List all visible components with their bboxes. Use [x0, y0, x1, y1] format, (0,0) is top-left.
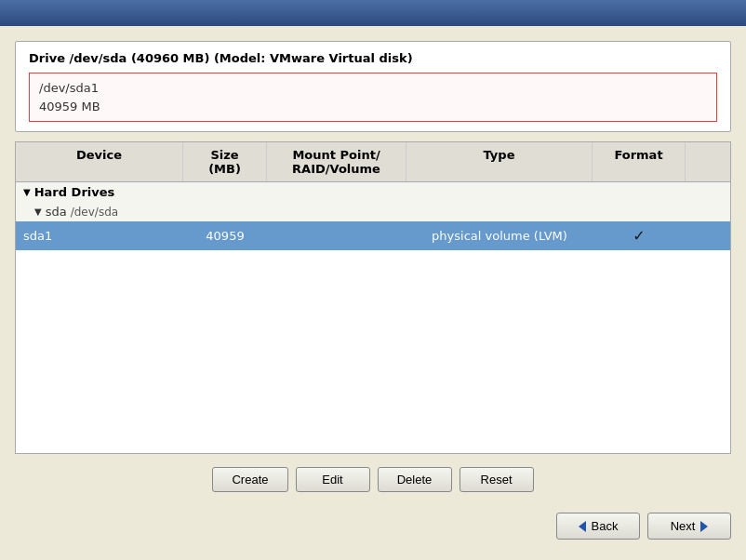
sda1-format-cell: ✓ [593, 225, 686, 247]
delete-button[interactable]: Delete [378, 467, 452, 492]
sda1-name-cell: sda1 [16, 227, 183, 245]
hard-drives-label: Hard Drives [34, 185, 115, 199]
sda1-extra-cell [686, 234, 730, 238]
table-body: ▼ Hard Drives ▼ sda /dev/sda sda1 40959 [16, 182, 730, 453]
sda-label: sda [46, 205, 67, 219]
table-header: Device Size(MB) Mount Point/RAID/Volume … [16, 142, 730, 182]
col-format: Format [593, 142, 686, 181]
create-button[interactable]: Create [212, 467, 287, 492]
content-area: Drive /dev/sda (40960 MB) (Model: VMware… [0, 26, 746, 560]
sda1-size-cell: 40959 [183, 227, 267, 245]
col-mount: Mount Point/RAID/Volume [267, 142, 406, 181]
drive-detail-box: /dev/sda1 40959 MB [29, 73, 717, 122]
next-label: Next [671, 519, 696, 533]
action-buttons: Create Edit Delete Reset [15, 463, 731, 500]
next-button[interactable]: Next [647, 513, 731, 540]
drive-detail-line2: 40959 MB [39, 98, 707, 116]
title-bar [0, 0, 746, 26]
partition-table: Device Size(MB) Mount Point/RAID/Volume … [15, 141, 731, 454]
col-extra [686, 142, 730, 181]
back-arrow-icon [579, 521, 586, 532]
sda1-name: sda1 [23, 229, 52, 243]
nav-buttons: Back Next [15, 509, 731, 545]
sda1-type-cell: physical volume (LVM) [406, 227, 593, 245]
main-window: Drive /dev/sda (40960 MB) (Model: VMware… [0, 0, 746, 560]
sda-chevron-icon: ▼ [34, 207, 42, 217]
sda-path: /dev/sda [71, 206, 118, 219]
next-arrow-icon [700, 521, 708, 532]
sda1-row[interactable]: sda1 40959 physical volume (LVM) ✓ [16, 221, 730, 250]
drive-detail-line1: /dev/sda1 [39, 79, 707, 98]
sda1-mount-cell [267, 234, 406, 238]
col-size: Size(MB) [183, 142, 267, 181]
drive-title: Drive /dev/sda (40960 MB) (Model: VMware… [29, 51, 717, 65]
reset-button[interactable]: Reset [460, 467, 534, 492]
drive-info-box: Drive /dev/sda (40960 MB) (Model: VMware… [15, 41, 731, 132]
hard-drives-row: ▼ Hard Drives [16, 182, 730, 202]
back-button[interactable]: Back [556, 513, 640, 540]
sda1-size: 40959 [206, 229, 244, 243]
chevron-icon: ▼ [23, 187, 31, 197]
sda-row: ▼ sda /dev/sda [16, 202, 730, 221]
edit-button[interactable]: Edit [296, 467, 370, 492]
format-checkmark-icon: ✓ [633, 227, 645, 245]
col-device: Device [16, 142, 183, 181]
sda1-type: physical volume (LVM) [432, 229, 567, 243]
back-label: Back [592, 519, 619, 533]
col-type: Type [406, 142, 593, 181]
